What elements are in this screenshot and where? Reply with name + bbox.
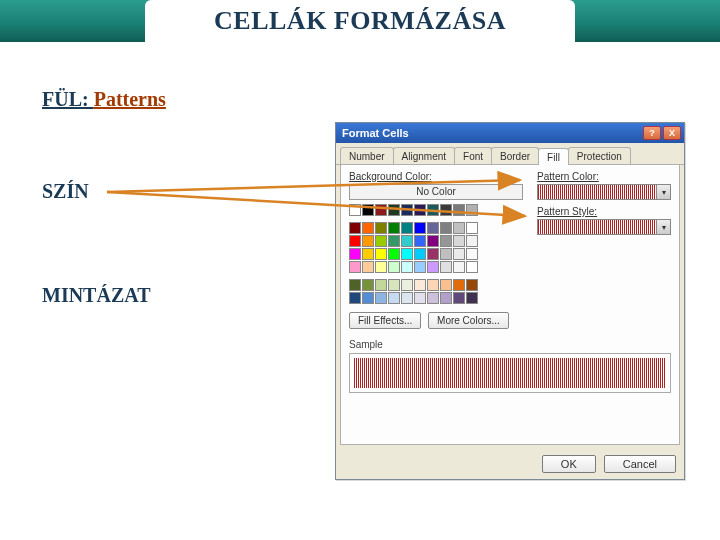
color-swatch[interactable]	[362, 261, 374, 273]
color-swatch[interactable]	[349, 222, 361, 234]
tab-protection[interactable]: Protection	[568, 147, 631, 164]
color-swatch[interactable]	[388, 261, 400, 273]
color-swatch[interactable]	[375, 261, 387, 273]
pattern-style-combo[interactable]: ▾	[537, 219, 671, 235]
color-swatch[interactable]	[401, 279, 413, 291]
color-swatch[interactable]	[362, 222, 374, 234]
color-swatch[interactable]	[453, 222, 465, 234]
title-ribbon: CELLÁK FORMÁZÁSA	[145, 0, 575, 42]
color-swatch[interactable]	[414, 235, 426, 247]
color-section-label: SZÍN	[42, 180, 89, 203]
color-swatch[interactable]	[466, 248, 478, 260]
page-header: CELLÁK FORMÁZÁSA	[0, 0, 720, 42]
fill-effects-button[interactable]: Fill Effects...	[349, 312, 421, 329]
close-button[interactable]: X	[663, 126, 681, 140]
color-swatch[interactable]	[375, 222, 387, 234]
color-grid-main	[349, 222, 523, 273]
color-swatch[interactable]	[414, 248, 426, 260]
color-swatch[interactable]	[440, 279, 452, 291]
color-swatch[interactable]	[427, 279, 439, 291]
color-swatch[interactable]	[401, 292, 413, 304]
color-swatch[interactable]	[427, 248, 439, 260]
color-swatch[interactable]	[466, 261, 478, 273]
color-swatch[interactable]	[440, 261, 452, 273]
chevron-down-icon[interactable]: ▾	[656, 185, 670, 199]
color-swatch[interactable]	[388, 222, 400, 234]
color-swatch[interactable]	[362, 248, 374, 260]
pattern-style-label: Pattern Style:	[537, 206, 671, 217]
color-swatch[interactable]	[401, 235, 413, 247]
tab-fill[interactable]: Fill	[538, 148, 569, 165]
color-swatch[interactable]	[388, 279, 400, 291]
color-swatch[interactable]	[440, 235, 452, 247]
color-swatch[interactable]	[401, 222, 413, 234]
color-swatch[interactable]	[453, 279, 465, 291]
color-swatch[interactable]	[375, 235, 387, 247]
pattern-color-combo[interactable]: ▾	[537, 184, 671, 200]
color-swatch[interactable]	[349, 248, 361, 260]
dialog-titlebar[interactable]: Format Cells ? X	[336, 123, 684, 143]
color-swatch[interactable]	[375, 248, 387, 260]
color-swatch[interactable]	[466, 292, 478, 304]
pattern-section-label: MINTÁZAT	[42, 284, 151, 307]
color-swatch[interactable]	[375, 204, 387, 216]
color-swatch[interactable]	[427, 204, 439, 216]
no-color-button[interactable]: No Color	[349, 184, 523, 200]
color-swatch[interactable]	[414, 204, 426, 216]
color-swatch[interactable]	[453, 235, 465, 247]
color-swatch[interactable]	[375, 279, 387, 291]
color-swatch[interactable]	[427, 261, 439, 273]
sample-box	[349, 353, 671, 393]
color-swatch[interactable]	[466, 204, 478, 216]
color-swatch[interactable]	[362, 235, 374, 247]
color-grid-theme	[349, 279, 523, 304]
dialog-tabs: NumberAlignmentFontBorderFillProtection	[336, 143, 684, 165]
color-swatch[interactable]	[414, 292, 426, 304]
color-swatch[interactable]	[466, 279, 478, 291]
color-swatch[interactable]	[414, 222, 426, 234]
dialog-footer: OK Cancel	[336, 449, 684, 479]
color-swatch[interactable]	[427, 235, 439, 247]
color-swatch[interactable]	[388, 235, 400, 247]
color-swatch[interactable]	[349, 292, 361, 304]
color-swatch[interactable]	[349, 235, 361, 247]
color-swatch[interactable]	[414, 279, 426, 291]
color-swatch[interactable]	[388, 248, 400, 260]
color-swatch[interactable]	[440, 204, 452, 216]
color-swatch[interactable]	[427, 292, 439, 304]
chevron-down-icon[interactable]: ▾	[656, 220, 670, 234]
color-swatch[interactable]	[414, 261, 426, 273]
color-swatch[interactable]	[466, 222, 478, 234]
dialog-body: Background Color: No Color Fill Effects.…	[340, 165, 680, 445]
help-button[interactable]: ?	[643, 126, 661, 140]
color-swatch[interactable]	[440, 292, 452, 304]
color-swatch[interactable]	[349, 261, 361, 273]
pattern-style-preview	[538, 220, 656, 234]
color-swatch[interactable]	[401, 204, 413, 216]
color-swatch[interactable]	[349, 279, 361, 291]
color-swatch[interactable]	[375, 292, 387, 304]
color-swatch[interactable]	[453, 248, 465, 260]
tab-number[interactable]: Number	[340, 147, 394, 164]
color-swatch[interactable]	[453, 292, 465, 304]
tab-alignment[interactable]: Alignment	[393, 147, 455, 164]
color-swatch[interactable]	[440, 222, 452, 234]
color-swatch[interactable]	[427, 222, 439, 234]
color-swatch[interactable]	[362, 279, 374, 291]
color-swatch[interactable]	[362, 204, 374, 216]
color-swatch[interactable]	[453, 204, 465, 216]
tab-font[interactable]: Font	[454, 147, 492, 164]
color-swatch[interactable]	[466, 235, 478, 247]
color-swatch[interactable]	[349, 204, 361, 216]
tab-border[interactable]: Border	[491, 147, 539, 164]
color-swatch[interactable]	[388, 292, 400, 304]
color-swatch[interactable]	[401, 248, 413, 260]
color-swatch[interactable]	[440, 248, 452, 260]
more-colors-button[interactable]: More Colors...	[428, 312, 509, 329]
ok-button[interactable]: OK	[542, 455, 596, 473]
color-swatch[interactable]	[401, 261, 413, 273]
color-swatch[interactable]	[453, 261, 465, 273]
color-swatch[interactable]	[388, 204, 400, 216]
cancel-button[interactable]: Cancel	[604, 455, 676, 473]
color-swatch[interactable]	[362, 292, 374, 304]
